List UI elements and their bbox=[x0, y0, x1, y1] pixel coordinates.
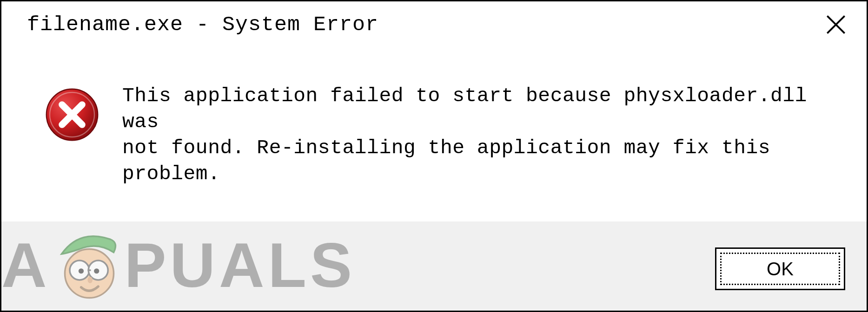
svg-point-6 bbox=[88, 260, 108, 280]
content-area: This application failed to start because… bbox=[1, 51, 867, 220]
watermark: A PUALS bbox=[1, 225, 356, 306]
watermark-suffix: PUALS bbox=[125, 229, 356, 301]
titlebar: filename.exe - System Error bbox=[1, 1, 867, 51]
ok-button-label: OK bbox=[767, 259, 794, 280]
error-icon bbox=[44, 87, 100, 143]
svg-point-9 bbox=[94, 268, 99, 273]
close-button[interactable] bbox=[823, 12, 849, 38]
svg-point-4 bbox=[65, 249, 113, 298]
watermark-prefix: A bbox=[1, 229, 47, 301]
mascot-icon bbox=[47, 225, 128, 306]
error-message: This application failed to start because… bbox=[122, 83, 834, 187]
close-icon bbox=[823, 12, 849, 38]
svg-point-5 bbox=[70, 260, 89, 280]
button-row: A PUALS OK bbox=[1, 221, 867, 311]
dialog-title: filename.exe - System Error bbox=[27, 13, 378, 37]
error-dialog: filename.exe - System Error bbox=[0, 0, 868, 312]
svg-point-10 bbox=[87, 277, 93, 283]
ok-button[interactable]: OK bbox=[715, 247, 845, 290]
svg-point-8 bbox=[78, 268, 83, 273]
